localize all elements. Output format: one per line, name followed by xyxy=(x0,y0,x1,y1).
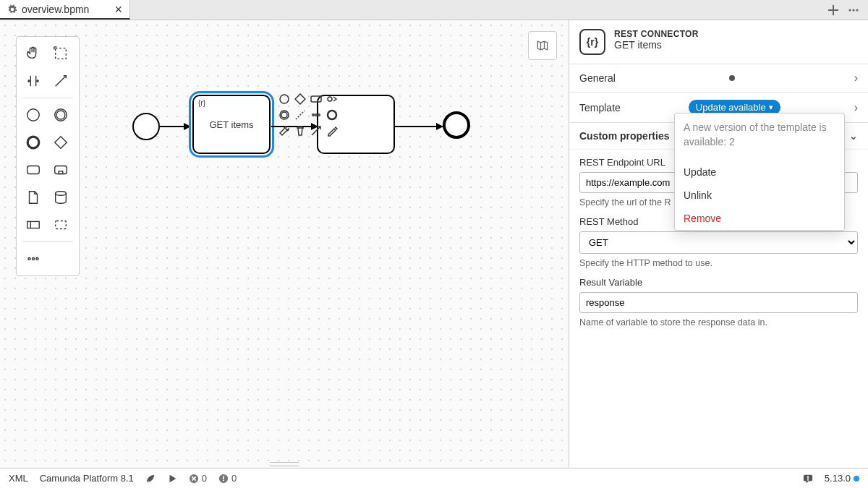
bpmn-start-event[interactable] xyxy=(132,113,160,140)
svg-point-0 xyxy=(848,9,851,11)
svg-point-7 xyxy=(27,137,39,148)
close-icon[interactable]: × xyxy=(114,3,122,16)
more-tools[interactable] xyxy=(20,245,47,273)
cp-trash-icon[interactable] xyxy=(294,124,307,137)
lasso-tool[interactable] xyxy=(47,40,75,67)
result-hint: Name of variable to store the response d… xyxy=(579,317,858,328)
gear-icon xyxy=(7,4,17,14)
bpmn-end-event[interactable] xyxy=(443,111,470,139)
svg-rect-31 xyxy=(807,476,809,479)
cp-end-event-icon[interactable] xyxy=(326,108,339,121)
svg-point-11 xyxy=(56,192,67,196)
header-type-icon: {r} xyxy=(579,29,605,55)
new-tab-icon[interactable] xyxy=(827,4,839,16)
data-store-tool[interactable] xyxy=(47,184,75,211)
cp-more-icon[interactable] xyxy=(310,108,323,121)
svg-rect-18 xyxy=(311,96,321,102)
cp-task-icon[interactable] xyxy=(310,93,323,106)
pool-tool[interactable] xyxy=(20,211,47,239)
cp-connect-icon[interactable] xyxy=(310,124,323,137)
svg-point-21 xyxy=(281,112,287,118)
popover-description: A new version of the template is availab… xyxy=(675,114,844,160)
start-event-tool[interactable] xyxy=(20,101,47,129)
deploy-button[interactable] xyxy=(145,474,156,484)
intermediate-event-tool[interactable] xyxy=(47,101,75,129)
result-input[interactable] xyxy=(579,292,858,313)
end-event-tool[interactable] xyxy=(20,129,47,156)
header-element-name: GET items xyxy=(614,39,699,51)
svg-point-17 xyxy=(280,95,289,103)
svg-rect-32 xyxy=(807,479,809,480)
cp-start-event-icon[interactable] xyxy=(278,93,291,106)
cp-color-icon[interactable] xyxy=(326,124,339,137)
subprocess-tool[interactable] xyxy=(47,156,75,184)
properties-panel: {r} REST CONNECTOR GET items General › T… xyxy=(569,20,868,468)
svg-point-15 xyxy=(32,257,34,260)
connect-tool[interactable] xyxy=(47,67,75,95)
svg-rect-13 xyxy=(56,221,67,229)
feedback-button[interactable] xyxy=(803,474,813,484)
minimap-toggle[interactable] xyxy=(528,31,557,60)
cp-intermediate-icon[interactable] xyxy=(278,108,291,121)
hand-tool[interactable] xyxy=(20,40,47,67)
header-type-label: REST CONNECTOR xyxy=(614,29,699,39)
popover-remove-item[interactable]: Remove xyxy=(675,207,844,230)
group-tool[interactable] xyxy=(47,211,75,239)
errors-count: 0 xyxy=(202,473,207,484)
cp-gateway-icon[interactable] xyxy=(294,93,307,106)
data-object-tool[interactable] xyxy=(20,184,47,211)
xml-toggle[interactable]: XML xyxy=(9,473,28,484)
task-tool[interactable] xyxy=(20,156,47,184)
tab-bar: overview.bpmn × xyxy=(0,0,868,20)
bpmn-task-selected[interactable]: {r} GET items xyxy=(192,95,271,154)
main-area: {r} GET items {r} REST CON xyxy=(0,20,868,468)
cp-wrench-icon[interactable] xyxy=(278,124,291,137)
svg-point-22 xyxy=(312,114,315,116)
method-select[interactable]: GET xyxy=(579,231,858,254)
properties-header: {r} REST CONNECTOR GET items xyxy=(569,20,868,64)
svg-point-16 xyxy=(36,257,38,260)
svg-point-25 xyxy=(328,111,336,119)
badge-label: Update available xyxy=(696,102,766,113)
warnings-indicator[interactable]: 0 xyxy=(218,473,237,484)
chevron-right-icon: › xyxy=(854,101,858,114)
errors-indicator[interactable]: 0 xyxy=(189,473,207,484)
section-title: Template xyxy=(579,102,621,114)
popover-update-item[interactable]: Update xyxy=(675,160,844,184)
update-dot-icon xyxy=(854,476,859,481)
svg-rect-10 xyxy=(59,171,63,174)
svg-point-24 xyxy=(318,114,320,116)
space-tool[interactable] xyxy=(20,67,47,95)
section-general[interactable]: General › xyxy=(569,64,868,93)
tool-palette xyxy=(16,36,80,276)
sequence-flow[interactable] xyxy=(160,126,190,127)
platform-label[interactable]: Camunda Platform 8.1 xyxy=(40,473,134,484)
warnings-count: 0 xyxy=(231,473,237,484)
tab-actions xyxy=(819,0,868,20)
tab-filename: overview.bpmn xyxy=(22,4,89,15)
chevron-right-icon: › xyxy=(854,72,858,85)
svg-point-2 xyxy=(856,9,858,11)
task-label: GET items xyxy=(209,119,253,130)
file-tab[interactable]: overview.bpmn × xyxy=(0,0,130,20)
svg-point-14 xyxy=(28,257,30,260)
gateway-tool[interactable] xyxy=(47,129,75,156)
popover-unlink-item[interactable]: Unlink xyxy=(675,184,844,207)
svg-point-6 xyxy=(56,111,65,119)
sequence-flow[interactable] xyxy=(395,126,443,127)
svg-rect-9 xyxy=(55,166,67,174)
svg-rect-29 xyxy=(223,479,224,481)
chevron-down-icon: ⌄ xyxy=(849,130,858,142)
template-update-popover: A new version of the template is availab… xyxy=(674,113,845,231)
canvas[interactable]: {r} GET items xyxy=(0,20,569,468)
svg-rect-3 xyxy=(56,48,67,59)
version-indicator[interactable]: 5.13.0 xyxy=(825,473,859,484)
result-label: Result Variable xyxy=(579,277,858,288)
canvas-resize-handle[interactable] xyxy=(263,461,306,468)
svg-point-4 xyxy=(27,109,40,121)
run-button[interactable] xyxy=(167,474,177,484)
version-label: 5.13.0 xyxy=(825,473,851,484)
cp-annotation-icon[interactable] xyxy=(294,108,307,121)
cp-change-type-icon[interactable] xyxy=(326,93,339,106)
more-icon[interactable] xyxy=(848,4,859,16)
